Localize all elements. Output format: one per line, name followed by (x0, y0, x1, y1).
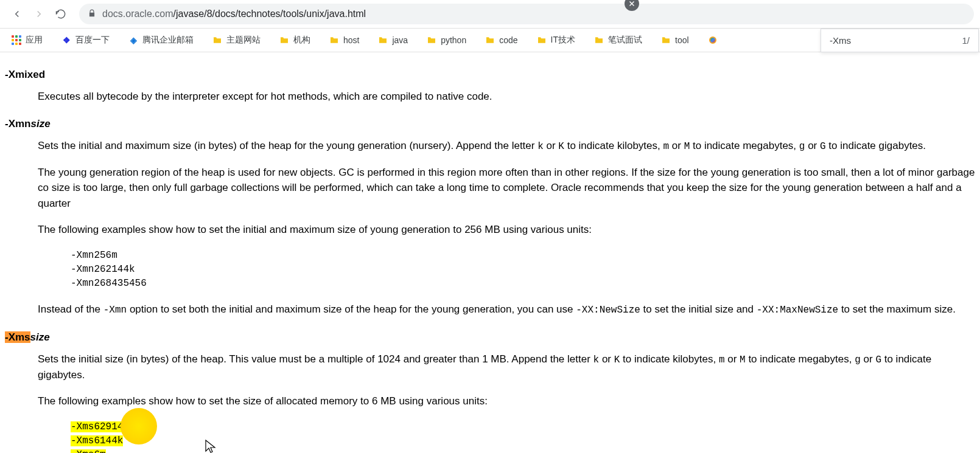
back-button[interactable] (9, 5, 26, 22)
bookmark-label: tool (675, 35, 689, 45)
bookmark-item[interactable]: ❖百度一下 (56, 32, 114, 48)
tencent-mail-icon: ◈ (128, 35, 139, 46)
folder-icon (426, 35, 437, 46)
option-xmixed-desc: Executes all bytecode by the interpreter… (38, 89, 975, 105)
bookmark-label: host (343, 35, 359, 45)
find-in-page-bar[interactable]: -Xms 1/ (821, 29, 979, 52)
option-xms-p2: The following examples show how to set t… (38, 393, 975, 409)
address-bar[interactable]: docs.oracle.com/javase/8/docs/technotes/… (79, 4, 974, 24)
option-xms-p1: Sets the initial size (in bytes) of the … (38, 351, 975, 383)
bookmark-label: 笔试面试 (608, 35, 642, 46)
option-xms-prefix: -Xms (5, 331, 30, 343)
page-content: -Xmixed Executes all bytecode by the int… (0, 52, 980, 453)
option-xms-examples: -Xms6291456 -Xms6144k -Xms6m (71, 420, 975, 453)
bookmark-item[interactable]: code (480, 32, 522, 48)
folder-icon (377, 35, 388, 46)
folder-icon (536, 35, 547, 46)
bookmarks-bar: 应用❖百度一下◈腾讯企业邮箱主题网站机构hostjavapythoncodeIT… (0, 29, 980, 52)
bookmark-item[interactable]: java (373, 32, 413, 48)
option-xmn-arg: size (31, 118, 51, 130)
bookmark-item[interactable]: 机构 (274, 32, 315, 48)
lock-icon (88, 9, 96, 19)
folder-icon (279, 35, 290, 46)
bookmark-label: 应用 (26, 35, 43, 46)
folder-icon (593, 35, 604, 46)
bookmark-item[interactable]: python (421, 32, 471, 48)
apps-icon (11, 35, 22, 46)
option-xmn-examples: -Xmn256m -Xmn262144k -Xmn268435456 (71, 249, 975, 291)
bookmark-label: 机构 (293, 35, 310, 46)
baidu-icon: ❖ (61, 35, 72, 46)
folder-icon (212, 35, 223, 46)
bookmark-label: IT技术 (551, 35, 575, 46)
bookmark-label: python (441, 35, 466, 45)
bookmark-label: java (392, 35, 408, 45)
option-xmixed-title: -Xmixed (5, 67, 975, 83)
option-xmn-p1: Sets the initial and maximum size (in by… (38, 138, 975, 154)
option-xmn-p4: Instead of the -Xmn option to set both t… (38, 302, 975, 317)
bookmark-item[interactable]: ◈腾讯企业邮箱 (123, 32, 198, 48)
find-query: -Xms (830, 35, 851, 46)
url-path: /javase/8/docs/technotes/tools/unix/java… (173, 9, 366, 19)
reload-button[interactable] (52, 5, 69, 22)
folder-icon (329, 35, 340, 46)
option-xms-title: -Xmssize (5, 330, 975, 345)
bookmark-item[interactable]: 笔试面试 (589, 32, 647, 48)
bookmark-label: 百度一下 (75, 35, 110, 46)
cursor-arrow-icon (140, 420, 217, 453)
bookmark-label: 主题网站 (226, 35, 261, 46)
extension-icon (707, 35, 718, 46)
bookmark-label: code (499, 35, 517, 45)
browser-toolbar: docs.oracle.com/javase/8/docs/technotes/… (0, 0, 980, 29)
bookmark-item[interactable]: 应用 (6, 32, 47, 48)
bookmark-item[interactable] (702, 32, 727, 48)
bookmark-item[interactable]: host (324, 32, 364, 48)
option-xmn-title: -Xmnsize (5, 116, 975, 132)
option-xmn-p2: The young generation region of the heap … (38, 165, 975, 212)
folder-icon (485, 35, 495, 46)
forward-button[interactable] (30, 5, 47, 22)
option-xmn-p3: The following examples show how to set t… (38, 222, 975, 238)
bookmark-label: 腾讯企业邮箱 (142, 35, 194, 46)
folder-icon (660, 35, 671, 46)
option-xmn-prefix: -Xmn (5, 118, 31, 130)
bookmark-item[interactable]: tool (656, 32, 694, 48)
url-host: docs.oracle.com (102, 9, 173, 19)
bookmark-item[interactable]: 主题网站 (207, 32, 265, 48)
find-count: 1/ (962, 35, 970, 46)
bookmark-item[interactable]: IT技术 (531, 32, 580, 48)
option-xms-arg: size (30, 331, 50, 343)
